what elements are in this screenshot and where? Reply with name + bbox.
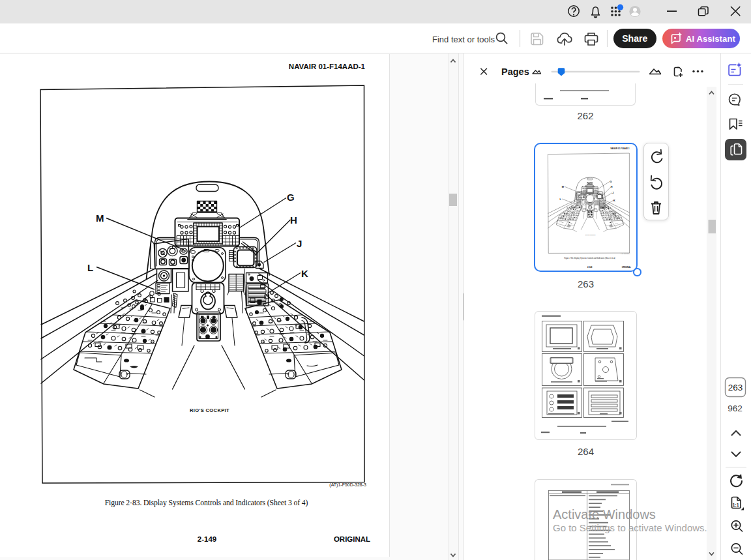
svg-text:Pages: Pages bbox=[501, 66, 529, 77]
svg-text:263: 263 bbox=[728, 383, 743, 392]
svg-text:962: 962 bbox=[728, 404, 743, 413]
svg-text:1:1: 1:1 bbox=[732, 503, 739, 507]
